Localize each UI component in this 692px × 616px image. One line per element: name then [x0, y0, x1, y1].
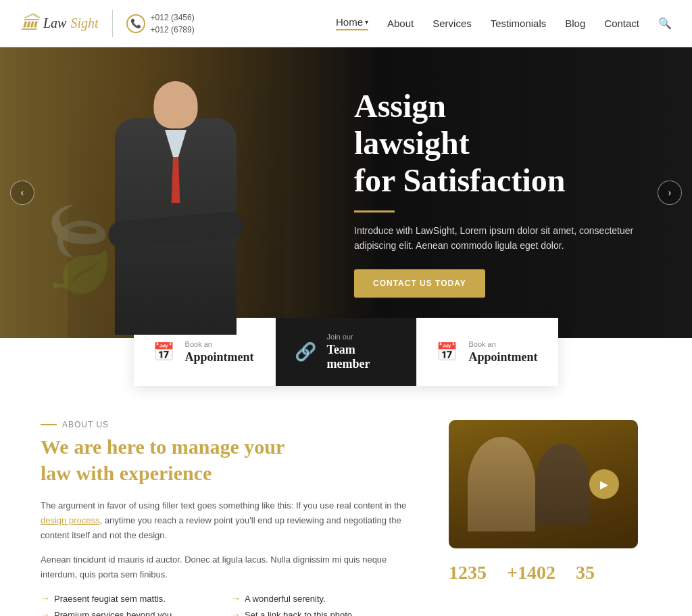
logo-text-sight: Sight: [70, 16, 98, 31]
feature-4: → Set a link back to this photo.: [231, 609, 408, 616]
phone-numbers: +012 (3456) +012 (6789): [151, 11, 195, 36]
chevron-down-icon: ▾: [365, 18, 368, 26]
hero-next-button[interactable]: ›: [658, 181, 682, 205]
stat-number-1: 1235: [449, 562, 487, 584]
phone-icon: 📞: [126, 14, 145, 33]
hero-cta-button[interactable]: CONTACT US TODAY: [354, 270, 485, 298]
about-title: We are here to manage your law with expe…: [41, 433, 408, 486]
design-process-link[interactable]: design process: [41, 515, 99, 525]
search-icon[interactable]: 🔍: [658, 17, 672, 30]
cta-card-3-sub: Book an: [468, 340, 537, 348]
arrow-icon-1: →: [41, 593, 50, 604]
arrow-icon-4: →: [231, 609, 241, 616]
about-title-accent: experience: [120, 462, 212, 484]
stat-1: 1235: [449, 562, 487, 584]
stats-row: 1235 +1402 35: [449, 562, 651, 584]
hero-section: 🍃 Assign lawsight for Satisfaction Intro…: [0, 47, 692, 338]
arrow-icon-3: →: [41, 609, 50, 616]
phone-block: 📞 +012 (3456) +012 (6789): [126, 11, 195, 36]
stat-3: 35: [576, 562, 595, 584]
header-left: 🏛 Law Sight 📞 +012 (3456) +012 (6789): [20, 10, 195, 37]
nav-item-home[interactable]: Home ▾: [336, 16, 368, 30]
feature-2: → A wonderful serenity.: [231, 593, 408, 604]
about-desc-1: The argument in favor of using filler te…: [41, 498, 408, 543]
feature-1: → Praesent feugiat sem mattis.: [41, 593, 218, 604]
stat-number-2: +1402: [507, 562, 555, 584]
about-section: About us We are here to manage your law …: [0, 406, 692, 616]
cta-card-3-text: Book an Appointment: [468, 340, 537, 364]
main-nav: Home ▾ About Services Testimonials Blog …: [336, 16, 672, 30]
video-thumbnail[interactable]: ▶: [449, 420, 638, 548]
about-right: ▶ 1235 +1402 35: [449, 420, 651, 584]
logo[interactable]: 🏛 Law Sight: [20, 12, 99, 34]
cta-card-1-sub: Book an: [185, 340, 254, 348]
phone-number-1[interactable]: +012 (3456): [151, 11, 195, 24]
hero-prev-button[interactable]: ‹: [10, 181, 34, 205]
nav-item-services[interactable]: Services: [432, 18, 472, 29]
hero-description: Introduce with LawSight, Lorem ipsum dol…: [354, 223, 638, 254]
hero-person-image: [68, 54, 284, 338]
hero-title: Assign lawsight for Satisfaction: [354, 87, 638, 199]
about-desc-2: Aenean tincidunt id mauris id auctor. Do…: [41, 552, 408, 582]
phone-number-2[interactable]: +012 (6789): [151, 24, 195, 36]
calendar-icon-1: 📅: [153, 341, 174, 362]
link-icon: 🔗: [295, 341, 316, 362]
cta-card-3[interactable]: 📅 Book an Appointment: [417, 318, 558, 386]
cta-card-1-text: Book an Appointment: [185, 340, 254, 364]
logo-text-law: Law: [43, 16, 66, 31]
features-grid: → Praesent feugiat sem mattis. → A wonde…: [41, 593, 408, 616]
nav-item-contact[interactable]: Contact: [604, 18, 639, 29]
stat-number-3: 35: [576, 562, 595, 584]
cta-card-2-sub: Join our: [327, 333, 398, 341]
about-left: About us We are here to manage your law …: [41, 420, 408, 616]
calendar-icon-2: 📅: [436, 341, 458, 362]
header-divider: [112, 10, 113, 37]
cta-cards-wrapper: 📅 Book an Appointment 🔗 Join our Team me…: [0, 338, 692, 406]
logo-icon: 🏛: [20, 12, 39, 34]
stat-2: +1402: [507, 562, 555, 584]
hero-title-divider: [354, 210, 395, 212]
nav-item-blog[interactable]: Blog: [565, 18, 585, 29]
site-header: 🏛 Law Sight 📞 +012 (3456) +012 (6789) Ho…: [0, 0, 692, 47]
cta-card-2-text: Join our Team member: [327, 333, 398, 371]
cta-card-2[interactable]: 🔗 Join our Team member: [276, 318, 418, 386]
nav-item-about[interactable]: About: [387, 18, 414, 29]
feature-3: → Premium services beyond you.: [41, 609, 218, 616]
arrow-icon-2: →: [231, 593, 241, 604]
cta-card-3-title: Appointment: [468, 350, 537, 364]
video-play-button[interactable]: ▶: [589, 469, 619, 499]
about-section-label: About us: [41, 420, 408, 429]
cta-card-1-title: Appointment: [185, 350, 254, 364]
nav-item-testimonials[interactable]: Testimonials: [491, 18, 547, 29]
hero-content: Assign lawsight for Satisfaction Introdu…: [354, 87, 638, 298]
cta-card-2-title: Team member: [327, 343, 398, 371]
